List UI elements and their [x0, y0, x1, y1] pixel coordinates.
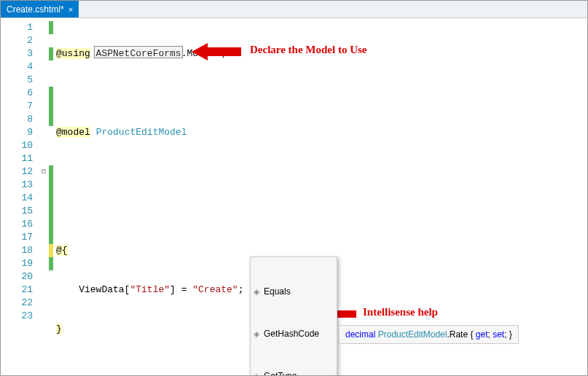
line-number: 3	[1, 47, 33, 60]
line-number: 21	[1, 283, 33, 297]
tab-title: Create.cshtml*	[7, 4, 64, 15]
highlight-box	[94, 46, 183, 58]
line-number: 11	[1, 152, 33, 165]
line-number: 15	[1, 205, 33, 218]
line-number: 7	[1, 100, 33, 113]
line-gutter: 1 2 3 4 5 6 7 8 9 10 11 12 13 14 15 16 1…	[1, 18, 39, 375]
code-area[interactable]: @using ASPNetCoreForms.Models; @model Pr…	[53, 18, 587, 375]
intellisense-item[interactable]: ◈GetHashCode	[251, 326, 337, 342]
intellisense-tooltip: decimal ProductEditModel.Rate { get; set…	[339, 325, 519, 344]
method-icon: ◈	[254, 285, 259, 298]
line-number: 2	[1, 34, 33, 47]
line-number: 9	[1, 126, 33, 139]
editor: 1 2 3 4 5 6 7 8 9 10 11 12 13 14 15 16 1…	[1, 18, 587, 375]
intellisense-popup[interactable]: ◈Equals ◈GetHashCode ◈GetType 🔧ID 🔧Name …	[250, 256, 337, 376]
line-number: 1	[1, 21, 33, 34]
model-type: ProductEditModel	[96, 127, 187, 138]
arrow-icon	[192, 42, 243, 62]
line-number: 8	[1, 113, 33, 126]
line-number: 16	[1, 218, 33, 231]
fold-collapse-icon[interactable]: ⊟	[39, 165, 49, 179]
annotation-text: Declare the Model to Use	[250, 43, 367, 56]
line-number: 22	[1, 297, 33, 310]
method-icon: ◈	[254, 327, 259, 340]
line-number: 19	[1, 257, 33, 270]
file-tab[interactable]: Create.cshtml* ×	[1, 1, 79, 17]
fold-column: ⊟	[39, 18, 49, 375]
line-number: 20	[1, 270, 33, 283]
line-number: 17	[1, 231, 33, 244]
line-number: 5	[1, 74, 33, 87]
line-number: 10	[1, 139, 33, 152]
intellisense-item[interactable]: ◈Equals	[251, 283, 337, 299]
razor-block-open: @{	[56, 245, 68, 256]
line-number: 14	[1, 192, 33, 205]
razor-directive: @model	[56, 127, 90, 138]
close-icon[interactable]: ×	[68, 5, 73, 14]
tab-bar: Create.cshtml* ×	[1, 1, 587, 18]
method-icon: ◈	[254, 369, 259, 376]
razor-block-close: }	[56, 324, 62, 334]
razor-directive: @using	[56, 48, 90, 59]
intellisense-item[interactable]: ◈GetType	[251, 368, 337, 376]
line-number: 6	[1, 87, 33, 100]
line-number: 4	[1, 60, 33, 74]
svg-marker-0	[192, 43, 241, 60]
line-number: 13	[1, 179, 33, 192]
line-number: 23	[1, 310, 33, 323]
annotation-text: Intellisense help	[363, 305, 438, 318]
line-number: 18	[1, 244, 33, 257]
line-number: 12	[1, 165, 33, 179]
